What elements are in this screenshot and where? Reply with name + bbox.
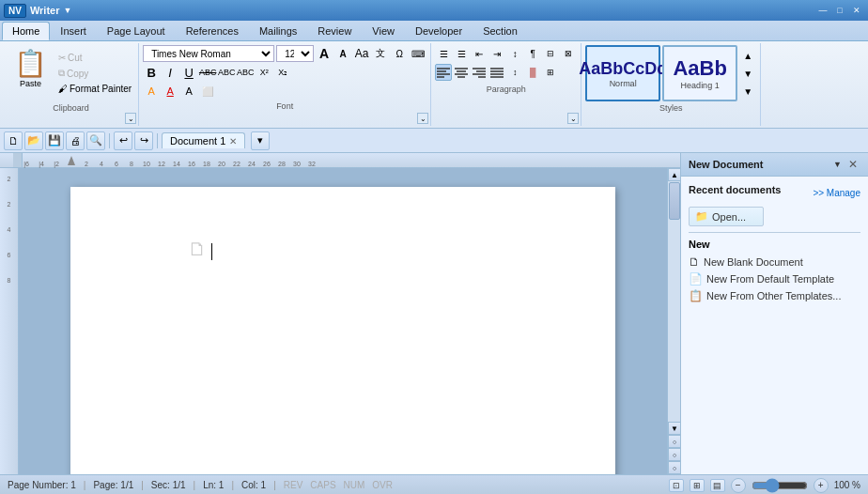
tab-review[interactable]: Review (307, 22, 362, 40)
clipboard-actions: ✂ Cut ⧉ Copy 🖌 Format Painter (55, 45, 134, 101)
col-center-button[interactable]: ⊠ (560, 45, 577, 62)
document-placeholder-icon: 🗋 (188, 239, 207, 260)
decrease-indent-button[interactable]: ⇤ (471, 45, 488, 62)
paste-button[interactable]: 📋 Paste (8, 45, 54, 101)
font-row3: A A A ⬜ (143, 83, 426, 100)
cut-button[interactable]: ✂ Cut (55, 51, 134, 65)
close-button[interactable]: ✕ (849, 4, 864, 17)
zoom-out-button[interactable]: − (731, 478, 746, 493)
char-spacing-button[interactable]: A (180, 83, 197, 100)
text-color-button[interactable]: A (162, 83, 178, 100)
styles-more-button[interactable]: ▼ (739, 83, 756, 100)
undo-button[interactable]: ↩ (114, 131, 132, 150)
document-tab-close[interactable]: ✕ (229, 136, 237, 147)
section-status: Sec: 1/1 (151, 480, 186, 490)
maximize-button[interactable]: □ (832, 4, 847, 17)
zoom-in-scroll[interactable]: ○ (668, 435, 680, 448)
document-page[interactable]: 🗋 (70, 187, 615, 474)
increase-indent-button[interactable]: ⇥ (488, 45, 505, 62)
superscript-button[interactable]: X² (256, 64, 272, 81)
view-print-button[interactable]: ▤ (710, 479, 725, 492)
view-normal-button[interactable]: ⊡ (669, 479, 684, 492)
tab-mailings[interactable]: Mailings (249, 22, 307, 40)
scroll-thumb[interactable] (669, 182, 680, 220)
uppercase-button[interactable]: ABC (218, 64, 235, 81)
strikethrough2-button[interactable]: ABC (237, 64, 254, 81)
minimize-button[interactable]: — (815, 4, 830, 17)
styles-down-button[interactable]: ▼ (739, 65, 756, 82)
scroll-down-button[interactable]: ▼ (668, 422, 680, 435)
strikethrough-button[interactable]: ABC (199, 64, 216, 81)
right-panel-dropdown[interactable]: ▼ (833, 160, 842, 169)
new-document-button[interactable]: 🗋 (4, 131, 23, 150)
app-name: Writer (30, 5, 60, 16)
app-dropdown[interactable]: ▼ (64, 6, 72, 15)
right-panel-close-button[interactable]: ✕ (845, 157, 860, 172)
show-formatting-button[interactable]: ¶ (524, 45, 541, 62)
copy-button[interactable]: ⧉ Copy (55, 66, 134, 81)
numbering-button[interactable]: ☰ (453, 45, 470, 62)
font-size-select[interactable]: 12 (276, 45, 314, 62)
tab-view[interactable]: View (362, 22, 405, 40)
sort-button[interactable]: ↕ (506, 45, 523, 62)
font-expand-icon[interactable]: ⌄ (417, 113, 428, 124)
zoom-out-scroll[interactable]: ○ (668, 448, 680, 461)
tab-page-layout[interactable]: Page Layout (97, 22, 176, 40)
underline-button[interactable]: U (180, 64, 197, 81)
view-web-button[interactable]: ⊞ (690, 479, 705, 492)
clipboard-expand-icon[interactable]: ⌄ (125, 113, 136, 124)
borders-button[interactable]: ⊞ (542, 64, 559, 81)
tab-section[interactable]: Section (473, 22, 528, 40)
italic-button[interactable]: I (162, 64, 178, 81)
zoom-in-button[interactable]: + (814, 478, 829, 493)
print-preview-button[interactable]: 🔍 (86, 131, 105, 150)
styles-up-button[interactable]: ▲ (739, 47, 756, 64)
style-heading1[interactable]: AaBb Heading 1 (662, 45, 737, 101)
page-container[interactable]: 🗋 (19, 168, 667, 474)
scroll-track[interactable] (668, 181, 680, 422)
align-left-button[interactable] (435, 64, 452, 81)
bold-button[interactable]: B (143, 64, 160, 81)
shading-button[interactable]: █ (524, 64, 541, 81)
tab-insert[interactable]: Insert (50, 22, 97, 40)
save-button[interactable]: 💾 (45, 131, 64, 150)
zoom-fit-scroll[interactable]: ○ (668, 461, 680, 474)
clear-format-button[interactable]: Aa (353, 45, 370, 62)
border-char-button[interactable]: ⬜ (199, 83, 216, 100)
phonetics-button[interactable]: 文 (372, 45, 389, 62)
font-grow-button[interactable]: A (316, 45, 333, 62)
format-painter-button[interactable]: 🖌 Format Painter (55, 82, 134, 96)
paragraph-expand-icon[interactable]: ⌄ (567, 113, 579, 124)
tab-references[interactable]: References (176, 22, 249, 40)
print-button[interactable]: 🖨 (66, 131, 85, 150)
new-from-default-item[interactable]: 📄 New From Default Template (689, 270, 860, 287)
line-spacing-button[interactable]: ↕ (506, 64, 523, 81)
vertical-scrollbar[interactable]: ▲ ▼ ○ ○ ○ (667, 168, 680, 474)
new-window-button[interactable]: ▾ (251, 131, 270, 150)
align-right-button[interactable] (471, 64, 488, 81)
styles-row: AaBbCcDd Normal AaBb Heading 1 ▲ ▼ ▼ (585, 45, 756, 101)
align-center-button[interactable] (453, 64, 470, 81)
manage-link[interactable]: >> Manage (813, 188, 860, 198)
special-char-button[interactable]: Ω (391, 45, 408, 62)
status-bar: Page Number: 1 | Page: 1/1 | Sec: 1/1 | … (0, 474, 868, 494)
document-tab[interactable]: Document 1 ✕ (162, 132, 245, 148)
scroll-up-button[interactable]: ▲ (668, 168, 680, 181)
justify-button[interactable] (488, 64, 505, 81)
zoom-slider[interactable] (752, 482, 808, 489)
tab-developer[interactable]: Developer (405, 22, 473, 40)
open-button[interactable]: 📂 (24, 131, 43, 150)
bullets-button[interactable]: ☰ (435, 45, 452, 62)
col-left-button[interactable]: ⊟ (542, 45, 559, 62)
tab-home[interactable]: Home (2, 22, 50, 40)
insert-char-button[interactable]: ⌨ (410, 45, 426, 62)
subscript-button[interactable]: X₂ (274, 64, 291, 81)
new-blank-item[interactable]: 🗋 New Blank Document (689, 254, 860, 270)
highlight-button[interactable]: A (143, 83, 160, 100)
new-from-other-item[interactable]: 📋 New From Other Templates... (689, 287, 860, 304)
redo-button[interactable]: ↪ (134, 131, 153, 150)
font-shrink-button[interactable]: A (334, 45, 351, 62)
font-name-select[interactable]: Times New Roman (143, 45, 274, 62)
open-file-button[interactable]: 📁 Open... (689, 207, 764, 226)
style-normal[interactable]: AaBbCcDd Normal (585, 45, 660, 101)
